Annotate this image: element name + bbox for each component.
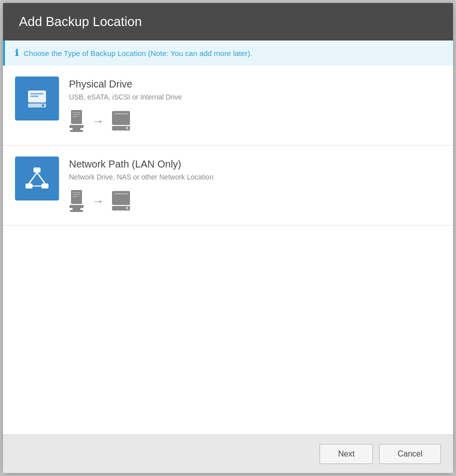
dialog-body: Physical Drive USB, eSATA, iSCSI or Inte… xyxy=(3,66,453,434)
dialog-title: Add Backup Location xyxy=(19,14,437,30)
dialog-header: Add Backup Location xyxy=(3,3,453,40)
svg-rect-9 xyxy=(70,125,84,128)
svg-rect-4 xyxy=(30,96,38,97)
svg-point-31 xyxy=(126,207,128,210)
svg-rect-23 xyxy=(72,192,80,193)
arrow-icon-2: → xyxy=(92,194,104,208)
svg-rect-6 xyxy=(72,112,80,113)
dest-nas-icon xyxy=(108,188,134,214)
svg-rect-10 xyxy=(72,128,80,130)
network-path-diagram: → xyxy=(69,188,441,214)
svg-rect-32 xyxy=(114,193,128,194)
svg-rect-26 xyxy=(70,205,84,208)
physical-drive-option[interactable]: Physical Drive USB, eSATA, iSCSI or Inte… xyxy=(3,66,453,146)
svg-line-20 xyxy=(37,172,45,184)
info-banner: ℹ Choose the Type of Backup Location (No… xyxy=(3,40,453,66)
svg-rect-8 xyxy=(72,116,78,117)
physical-drive-title: Physical Drive xyxy=(69,78,441,90)
network-path-subtitle: Network Drive, NAS or other Network Loca… xyxy=(69,173,441,181)
network-path-icon-box xyxy=(15,156,59,200)
svg-rect-24 xyxy=(72,194,80,195)
dest-drive-icon xyxy=(108,108,134,134)
svg-line-19 xyxy=(29,172,37,184)
physical-drive-icon-box xyxy=(15,76,59,120)
svg-rect-27 xyxy=(72,208,80,210)
network-path-title: Network Path (LAN Only) xyxy=(69,158,441,170)
network-path-option[interactable]: Network Path (LAN Only) Network Drive, N… xyxy=(3,146,453,226)
svg-rect-16 xyxy=(34,168,40,172)
info-banner-text: Choose the Type of Backup Location (Note… xyxy=(24,49,252,58)
svg-rect-11 xyxy=(70,130,83,132)
next-button[interactable]: Next xyxy=(320,444,373,464)
network-path-icon xyxy=(22,166,52,192)
physical-drive-content: Physical Drive USB, eSATA, iSCSI or Inte… xyxy=(69,76,441,134)
cancel-button[interactable]: Cancel xyxy=(379,444,441,464)
physical-drive-icon xyxy=(24,86,50,112)
svg-rect-25 xyxy=(72,196,78,197)
svg-rect-28 xyxy=(70,210,83,212)
physical-drive-subtitle: USB, eSATA, iSCSI or Internal Drive xyxy=(69,93,441,101)
svg-point-14 xyxy=(126,127,128,130)
physical-drive-diagram: → xyxy=(69,108,441,134)
arrow-icon: → xyxy=(92,114,104,128)
svg-rect-15 xyxy=(114,113,128,114)
info-icon: ℹ xyxy=(15,48,18,58)
add-backup-location-dialog: Add Backup Location ℹ Choose the Type of… xyxy=(3,3,453,473)
source-pc-icon-2 xyxy=(69,189,88,213)
svg-rect-3 xyxy=(30,93,44,94)
source-pc-icon xyxy=(69,109,88,133)
dialog-footer: Next Cancel xyxy=(3,434,453,473)
svg-rect-7 xyxy=(72,114,80,115)
svg-point-2 xyxy=(42,104,44,107)
network-path-content: Network Path (LAN Only) Network Drive, N… xyxy=(69,156,441,214)
